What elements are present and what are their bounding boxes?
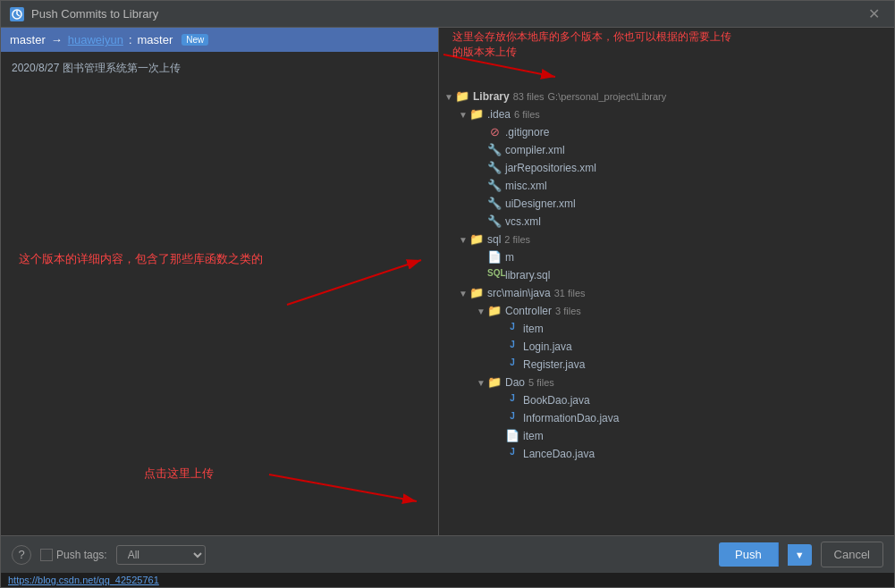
list-item[interactable]: J Register.java: [439, 356, 894, 374]
branch-colon: :: [129, 33, 132, 46]
list-item[interactable]: ⊘ .gitignore: [439, 123, 894, 141]
main-window: Push Commits to Library ✕ master → huawe…: [0, 0, 895, 588]
remote-link[interactable]: huaweiyun: [68, 33, 123, 46]
tree-sql-folder[interactable]: ▼ 📁 sql 2 files: [439, 231, 894, 248]
close-icon[interactable]: ✕: [863, 4, 885, 24]
annotation-top-right: 这里会存放你本地库的多个版本，你也可以根据的需要上传的版本来上传: [452, 29, 765, 60]
commit-list: 2020/8/27 图书管理系统第一次上传: [1, 52, 438, 535]
push-tags-select[interactable]: All None: [116, 545, 206, 565]
app-icon: [10, 7, 24, 21]
tree-src-folder[interactable]: ▼ 📁 src\main\java 31 files: [439, 284, 894, 302]
tree-src-count: 31 files: [554, 288, 586, 298]
cancel-button[interactable]: Cancel: [821, 542, 883, 567]
tree-src-label: src\main\java: [487, 287, 551, 299]
file-icon: 📄: [505, 429, 519, 443]
tree-expand-arrow: ▼: [457, 235, 469, 245]
tree-root-label: Library: [473, 90, 510, 103]
tree-lancedao-label: LanceDao.java: [523, 448, 595, 460]
tree-m-label: m: [505, 251, 514, 264]
title-bar: Push Commits to Library ✕: [1, 1, 894, 28]
tree-misc-label: misc.xml: [505, 180, 547, 192]
tree-register-label: Register.java: [523, 358, 585, 371]
bottom-bar: ? Push tags: All None Push ▼ Cancel: [1, 535, 894, 573]
tree-idea-folder[interactable]: ▼ 📁 .idea 6 files: [439, 105, 894, 123]
tree-infodao-label: InformationDao.java: [523, 412, 619, 424]
xml-icon: 🔧: [487, 179, 502, 193]
tree-expand-arrow: ▼: [443, 92, 455, 102]
tree-gitignore-label: .gitignore: [505, 126, 549, 139]
tree-compiler-label: compiler.xml: [505, 144, 565, 156]
tree-expand-arrow: ▼: [457, 289, 469, 298]
sql-icon: SQL: [487, 268, 502, 282]
tree-expand-arrow: ▼: [475, 307, 487, 316]
tree-item-label: item: [523, 323, 544, 335]
url-bar[interactable]: https://blog.csdn.net/qq_42525761: [1, 573, 894, 587]
tree-vcs-label: vcs.xml: [505, 215, 541, 228]
tree-idea-label: .idea: [487, 108, 511, 121]
push-dropdown-button[interactable]: ▼: [788, 544, 812, 566]
tree-expand-arrow: ▼: [475, 378, 487, 388]
tree-controller-label: Controller: [505, 305, 552, 317]
commit-item[interactable]: 2020/8/27 图书管理系统第一次上传: [1, 55, 438, 81]
java-icon: J: [505, 447, 519, 461]
tree-item2-label: item: [523, 430, 544, 442]
folder-icon: 📁: [469, 286, 484, 300]
list-item[interactable]: 📄 m: [439, 248, 894, 266]
left-panel: master → huaweiyun : master New 2020/8/2…: [1, 28, 439, 535]
file-tree[interactable]: ▼ 📁 Library 83 files G:\personal_project…: [439, 84, 894, 535]
list-item[interactable]: J item: [439, 320, 894, 338]
tree-jarrepo-label: jarRepositories.xml: [505, 162, 596, 174]
list-item[interactable]: J LanceDao.java: [439, 445, 894, 463]
right-panel: 这里会存放你本地库的多个版本，你也可以根据的需要上传的版本来上传 ▼ 📁 Lib…: [439, 28, 894, 535]
tree-bookdao-label: BookDao.java: [523, 394, 590, 407]
java-icon: J: [505, 357, 519, 372]
main-content: master → huaweiyun : master New 2020/8/2…: [1, 28, 894, 535]
svg-line-2: [17, 14, 20, 16]
tree-root-count: 83 files: [513, 91, 545, 102]
xml-icon: 🔧: [487, 143, 502, 157]
tree-login-label: Login.java: [523, 340, 572, 353]
push-button[interactable]: Push: [719, 542, 779, 567]
list-item[interactable]: 🔧 misc.xml: [439, 177, 894, 195]
tree-sql-label: sql: [487, 233, 501, 246]
list-item[interactable]: 🔧 uiDesigner.xml: [439, 195, 894, 213]
push-tags-label: Push tags:: [56, 549, 107, 561]
help-button[interactable]: ?: [12, 545, 31, 565]
folder-icon: 📁: [469, 107, 484, 122]
list-item[interactable]: 🔧 compiler.xml: [439, 141, 894, 159]
new-badge: New: [182, 34, 208, 46]
tree-sql-count: 2 files: [504, 234, 530, 245]
branch-to: master: [138, 33, 173, 46]
folder-icon: 📁: [487, 304, 502, 318]
branch-arrow: →: [51, 33, 63, 46]
tree-uidesigner-label: uiDesigner.xml: [505, 197, 576, 210]
xml-icon: 🔧: [487, 161, 502, 175]
xml-icon: 🔧: [487, 214, 502, 229]
list-item[interactable]: SQL library.sql: [439, 266, 894, 284]
folder-icon: 📁: [469, 232, 484, 247]
branch-bar: master → huaweiyun : master New: [1, 28, 438, 52]
gitignore-icon: ⊘: [487, 125, 502, 139]
push-tags-checkbox[interactable]: [40, 549, 53, 561]
java-icon: J: [505, 340, 519, 354]
java-icon: J: [505, 322, 519, 336]
tree-dao-count: 5 files: [528, 377, 554, 388]
tree-controller-folder[interactable]: ▼ 📁 Controller 3 files: [439, 302, 894, 320]
tree-expand-arrow: ▼: [457, 110, 469, 120]
list-item[interactable]: 🔧 vcs.xml: [439, 213, 894, 231]
list-item[interactable]: J InformationDao.java: [439, 409, 894, 427]
file-icon: 📄: [487, 250, 502, 265]
tree-root-path: G:\personal_project\Library: [548, 91, 667, 102]
tree-controller-count: 3 files: [555, 306, 581, 316]
list-item[interactable]: 📄 item: [439, 427, 894, 445]
list-item[interactable]: J BookDao.java: [439, 391, 894, 409]
list-item[interactable]: J Login.java: [439, 338, 894, 356]
tree-dao-folder[interactable]: ▼ 📁 Dao 5 files: [439, 374, 894, 391]
list-item[interactable]: 🔧 jarRepositories.xml: [439, 159, 894, 177]
folder-icon: 📁: [455, 89, 469, 104]
java-icon: J: [505, 411, 519, 425]
tree-dao-label: Dao: [505, 376, 525, 389]
tree-root[interactable]: ▼ 📁 Library 83 files G:\personal_project…: [439, 88, 894, 105]
java-icon: J: [505, 393, 519, 407]
xml-icon: 🔧: [487, 197, 502, 211]
